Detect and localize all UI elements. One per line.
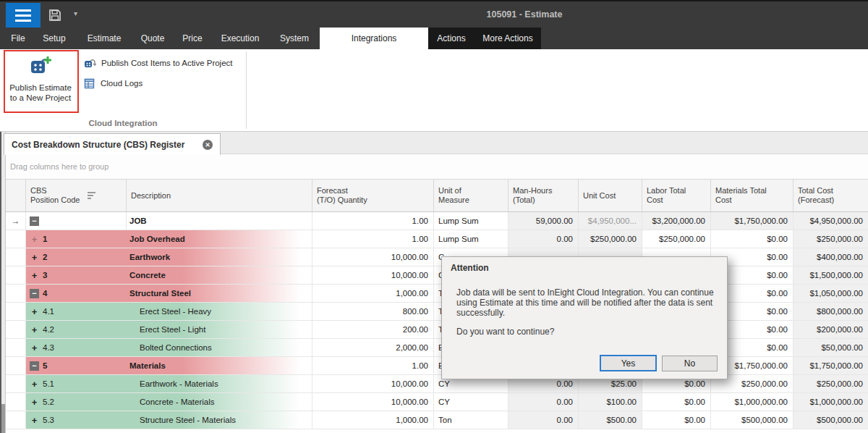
- row-selector[interactable]: [6, 230, 26, 248]
- qty-cell[interactable]: 800.00: [312, 303, 434, 320]
- total-cell[interactable]: $1,050,000.00: [793, 285, 868, 302]
- row-selector[interactable]: [6, 285, 26, 302]
- row-selector[interactable]: [6, 266, 26, 284]
- description-cell[interactable]: Earthwork - Materials: [127, 375, 312, 392]
- labor-cell[interactable]: $250,000.00: [642, 230, 711, 248]
- menu-tab-system[interactable]: System: [269, 28, 320, 49]
- qty-cell[interactable]: 1.00: [312, 212, 434, 230]
- total-cell[interactable]: $500,000.00: [793, 411, 868, 429]
- description-cell[interactable]: Concrete - Materials: [127, 393, 312, 411]
- column-header-qty[interactable]: Forecast (T/O) Quantity: [312, 180, 434, 211]
- qty-cell[interactable]: 10,000.00: [312, 248, 434, 266]
- total-cell[interactable]: $1,750,000.00: [793, 357, 868, 374]
- cbs-code-cell[interactable]: 4.1: [26, 303, 127, 320]
- description-cell[interactable]: Concrete: [127, 266, 312, 284]
- total-cell[interactable]: $50,000.00: [793, 339, 868, 356]
- expand-icon[interactable]: [30, 325, 39, 335]
- row-selector[interactable]: [6, 321, 26, 338]
- save-button[interactable]: [45, 7, 65, 24]
- cbs-code-cell[interactable]: 5: [26, 357, 127, 374]
- uom-cell[interactable]: Lump Sum: [434, 230, 509, 248]
- qty-cell[interactable]: 1.00: [312, 357, 434, 374]
- expand-icon[interactable]: [30, 416, 39, 425]
- tab-cbs-register[interactable]: Cost Breakdown Structure (CBS) Register …: [4, 133, 221, 155]
- total-cell[interactable]: $1,500,000.00: [793, 266, 868, 284]
- scrollbar-thumb[interactable]: [1, 404, 5, 433]
- publish-estimate-button[interactable]: Publish Estimate to a New Project: [7, 52, 75, 109]
- uc-cell[interactable]: $4,950,000...: [579, 212, 642, 230]
- column-header-mat[interactable]: Materials Total Cost: [711, 180, 793, 211]
- yes-button[interactable]: Yes: [600, 355, 657, 371]
- description-cell[interactable]: Bolted Connections: [127, 339, 312, 356]
- description-cell[interactable]: Structure Steel - Materials: [127, 411, 312, 429]
- close-icon[interactable]: ✕: [203, 140, 213, 150]
- collapse-icon[interactable]: [30, 289, 39, 298]
- description-cell[interactable]: Erect Steel - Light: [127, 321, 312, 338]
- menu-tab-more-actions[interactable]: More Actions: [475, 28, 541, 49]
- qty-cell[interactable]: 1.00: [312, 230, 434, 248]
- expand-icon[interactable]: [30, 379, 39, 389]
- cbs-code-cell[interactable]: 2: [26, 248, 127, 266]
- description-cell[interactable]: Materials: [127, 357, 312, 374]
- menu-tab-execution[interactable]: Execution: [211, 28, 269, 49]
- labor-cell[interactable]: $0.00: [642, 393, 711, 411]
- total-cell[interactable]: $4,950,000.00: [793, 212, 868, 230]
- menu-tab-integrations[interactable]: Integrations: [320, 28, 428, 49]
- total-cell[interactable]: $800,000.00: [793, 303, 868, 320]
- mh-cell[interactable]: 0.00: [509, 230, 579, 248]
- description-cell[interactable]: Job Overhead: [127, 230, 312, 248]
- row-selector[interactable]: [6, 375, 26, 392]
- menu-tab-setup[interactable]: Setup: [32, 28, 77, 49]
- description-cell[interactable]: Structural Steel: [127, 285, 312, 302]
- total-cell[interactable]: $250,000.00: [793, 230, 868, 248]
- qty-cell[interactable]: 1,000.00: [312, 411, 434, 429]
- save-dropdown-caret[interactable]: ▾: [74, 9, 77, 17]
- row-selector[interactable]: [6, 303, 26, 320]
- collapse-icon[interactable]: [30, 216, 39, 226]
- cbs-code-cell[interactable]: 5.1: [26, 375, 127, 392]
- labor-cell[interactable]: $0.00: [642, 411, 711, 429]
- mat-cell[interactable]: $1,000,000.00: [711, 393, 793, 411]
- expand-icon[interactable]: [30, 253, 39, 262]
- expand-icon[interactable]: [30, 271, 39, 280]
- cbs-code-cell[interactable]: 1: [26, 230, 127, 248]
- row-selector[interactable]: [6, 339, 26, 356]
- mat-cell[interactable]: $500,000.00: [711, 411, 793, 429]
- group-by-bar[interactable]: Drag columns here to group: [6, 154, 868, 180]
- column-header-total[interactable]: Total Cost (Forecast): [793, 180, 868, 211]
- cloud-logs-button[interactable]: Cloud Logs: [84, 75, 142, 91]
- description-cell[interactable]: Earthwork: [127, 248, 312, 266]
- qty-cell[interactable]: 1,000.00: [312, 285, 434, 302]
- qty-cell[interactable]: 10,000.00: [312, 266, 434, 284]
- mh-cell[interactable]: 59,000.00: [509, 212, 579, 230]
- cbs-code-cell[interactable]: [26, 212, 127, 230]
- uom-cell[interactable]: Lump Sum: [434, 212, 509, 230]
- mh-cell[interactable]: 0.00: [509, 393, 579, 411]
- labor-cell[interactable]: $3,200,000.00: [642, 212, 711, 230]
- cbs-code-cell[interactable]: 3: [26, 266, 127, 284]
- cbs-code-cell[interactable]: 4.3: [26, 339, 127, 356]
- cbs-code-cell[interactable]: 4: [26, 285, 127, 302]
- row-selector[interactable]: [6, 393, 26, 411]
- cbs-code-cell[interactable]: 4.2: [26, 321, 127, 338]
- hamburger-menu-button[interactable]: [6, 3, 41, 28]
- menu-tab-price[interactable]: Price: [174, 28, 211, 49]
- collapse-icon[interactable]: [30, 361, 39, 371]
- publish-cost-items-button[interactable]: Publish Cost Items to Active Project: [84, 55, 233, 71]
- expand-icon[interactable]: [30, 343, 39, 353]
- row-selector[interactable]: →: [6, 212, 26, 230]
- uc-cell[interactable]: $100.00: [579, 393, 642, 411]
- qty-cell[interactable]: 200.00: [312, 321, 434, 338]
- description-cell[interactable]: JOB: [127, 212, 312, 230]
- expand-icon[interactable]: [30, 398, 39, 407]
- description-cell[interactable]: Erect Steel - Heavy: [127, 303, 312, 320]
- menu-tab-file[interactable]: File: [4, 28, 32, 49]
- no-button[interactable]: No: [662, 356, 718, 371]
- cbs-code-cell[interactable]: 5.3: [26, 411, 127, 429]
- qty-cell[interactable]: 10,000.00: [312, 393, 434, 411]
- uc-cell[interactable]: $250,000.00: [579, 230, 642, 248]
- mat-cell[interactable]: $0.00: [711, 230, 793, 248]
- column-header-desc[interactable]: Description: [127, 180, 312, 211]
- mat-cell[interactable]: $1,750,000.00: [711, 212, 793, 230]
- cbs-code-cell[interactable]: 5.2: [26, 393, 127, 411]
